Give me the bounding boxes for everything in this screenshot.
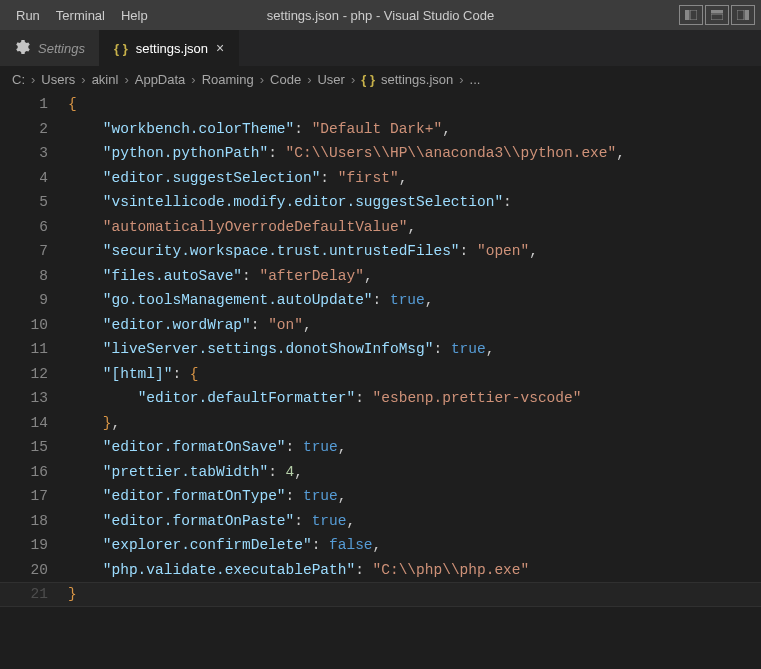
tab-settings-json[interactable]: { } settings.json × [100, 30, 239, 66]
chevron-right-icon: › [124, 72, 128, 87]
code-line[interactable]: "editor.formatOnType": true, [68, 484, 761, 509]
line-number: 16 [0, 460, 48, 485]
chevron-right-icon: › [307, 72, 311, 87]
code-line[interactable]: "automaticallyOverrodeDefaultValue", [68, 215, 761, 240]
line-number: 4 [0, 166, 48, 191]
breadcrumb-seg[interactable]: Code [270, 72, 301, 87]
menubar: Run Terminal Help settings.json - php - … [0, 0, 761, 30]
code-line[interactable]: { [68, 92, 761, 117]
gear-icon [14, 39, 30, 58]
code-line[interactable]: "editor.wordWrap": "on", [68, 313, 761, 338]
code-line[interactable]: "editor.suggestSelection": "first", [68, 166, 761, 191]
tab-bar: Settings { } settings.json × [0, 30, 761, 66]
breadcrumb-seg[interactable]: akinl [92, 72, 119, 87]
code-line[interactable]: "vsintellicode.modify.editor.suggestSele… [68, 190, 761, 215]
code-line[interactable]: "files.autoSave": "afterDelay", [68, 264, 761, 289]
code-line[interactable]: "editor.formatOnSave": true, [68, 435, 761, 460]
json-icon: { } [361, 72, 375, 87]
menu-terminal[interactable]: Terminal [48, 0, 113, 30]
line-number: 17 [0, 484, 48, 509]
breadcrumb-seg[interactable]: Roaming [202, 72, 254, 87]
breadcrumb-seg[interactable]: User [317, 72, 344, 87]
line-number: 6 [0, 215, 48, 240]
code-line[interactable]: "workbench.colorTheme": "Default Dark+", [68, 117, 761, 142]
code-line[interactable]: "php.validate.executablePath": "C:\\php\… [68, 558, 761, 583]
code-line[interactable]: "[html]": { [68, 362, 761, 387]
layout-button-1[interactable] [679, 5, 703, 25]
svg-rect-1 [690, 10, 697, 20]
code-line[interactable]: "liveServer.settings.donotShowInfoMsg": … [68, 337, 761, 362]
line-number: 19 [0, 533, 48, 558]
line-number: 13 [0, 386, 48, 411]
chevron-right-icon: › [351, 72, 355, 87]
line-number: 1 [0, 92, 48, 117]
line-number: 9 [0, 288, 48, 313]
code-line[interactable]: "editor.formatOnPaste": true, [68, 509, 761, 534]
chevron-right-icon: › [260, 72, 264, 87]
window-layout-controls [679, 5, 755, 25]
line-number: 20 [0, 558, 48, 583]
line-number: 2 [0, 117, 48, 142]
code-line[interactable]: "explorer.confirmDelete": false, [68, 533, 761, 558]
code-line[interactable]: "python.pythonPath": "C:\\Users\\HP\\ana… [68, 141, 761, 166]
chevron-right-icon: › [31, 72, 35, 87]
svg-rect-0 [685, 10, 689, 20]
tab-file-label: settings.json [136, 41, 208, 56]
close-icon[interactable]: × [216, 40, 224, 56]
svg-rect-2 [711, 10, 723, 13]
menu-help[interactable]: Help [113, 0, 156, 30]
code-line[interactable]: "prettier.tabWidth": 4, [68, 460, 761, 485]
code-line[interactable]: "editor.defaultFormatter": "esbenp.prett… [68, 386, 761, 411]
svg-rect-5 [745, 10, 749, 20]
chevron-right-icon: › [81, 72, 85, 87]
code-content[interactable]: { "workbench.colorTheme": "Default Dark+… [68, 92, 761, 669]
breadcrumb[interactable]: C:› Users› akinl› AppData› Roaming› Code… [0, 66, 761, 92]
breadcrumb-seg[interactable]: Users [41, 72, 75, 87]
tab-settings[interactable]: Settings [0, 30, 100, 66]
layout-button-3[interactable] [731, 5, 755, 25]
line-number: 11 [0, 337, 48, 362]
breadcrumb-seg[interactable]: AppData [135, 72, 186, 87]
code-line[interactable]: } [68, 582, 761, 607]
line-number: 10 [0, 313, 48, 338]
code-line[interactable]: "security.workspace.trust.untrustedFiles… [68, 239, 761, 264]
svg-rect-4 [737, 10, 744, 20]
breadcrumb-file[interactable]: settings.json [381, 72, 453, 87]
breadcrumb-trailing[interactable]: ... [470, 72, 481, 87]
window-title: settings.json - php - Visual Studio Code [267, 8, 494, 23]
svg-rect-3 [711, 14, 723, 20]
vertical-scrollbar[interactable] [747, 92, 761, 669]
line-number: 5 [0, 190, 48, 215]
chevron-right-icon: › [191, 72, 195, 87]
json-icon: { } [114, 41, 128, 56]
line-number: 18 [0, 509, 48, 534]
line-number: 15 [0, 435, 48, 460]
line-number: 3 [0, 141, 48, 166]
line-number: 14 [0, 411, 48, 436]
breadcrumb-seg[interactable]: C: [12, 72, 25, 87]
code-line[interactable] [68, 607, 761, 632]
code-line[interactable]: }, [68, 411, 761, 436]
tab-settings-label: Settings [38, 41, 85, 56]
layout-button-2[interactable] [705, 5, 729, 25]
menu-run[interactable]: Run [8, 0, 48, 30]
code-line[interactable]: "go.toolsManagement.autoUpdate": true, [68, 288, 761, 313]
line-number: 7 [0, 239, 48, 264]
editor[interactable]: 123456789101112131415161718192021 { "wor… [0, 92, 761, 669]
line-number: 12 [0, 362, 48, 387]
chevron-right-icon: › [459, 72, 463, 87]
line-number: 8 [0, 264, 48, 289]
